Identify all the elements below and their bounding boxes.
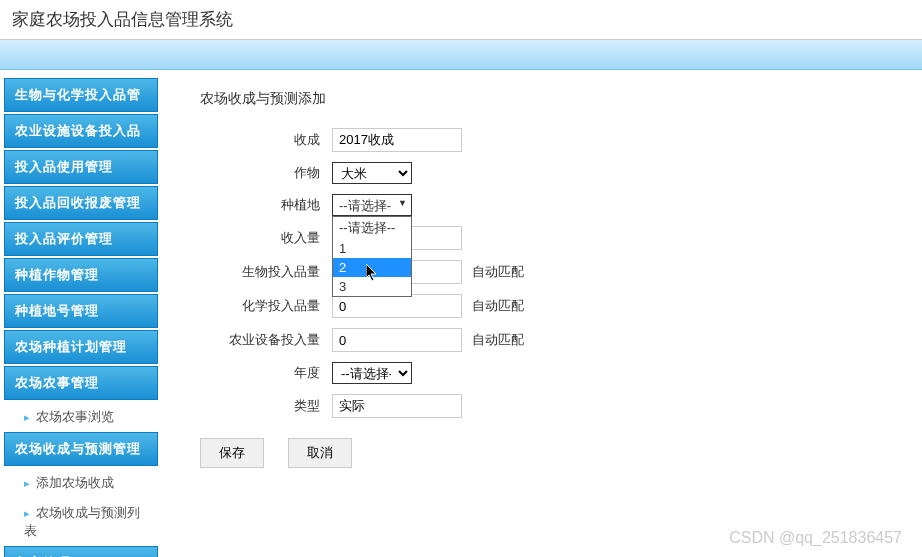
- dropdown-opt-1[interactable]: 1: [333, 239, 411, 258]
- label-bio-input: 生物投入品量: [222, 263, 332, 281]
- label-harvest: 收成: [222, 131, 332, 149]
- sidebar: 生物与化学投入品管 农业设施设备投入品 投入品使用管理 投入品回收报废管理 投入…: [0, 70, 162, 557]
- suffix-equip: 自动匹配: [472, 331, 524, 349]
- sidebar-nav-plan[interactable]: 农场种植计划管理: [4, 330, 158, 364]
- sidebar-nav-input-recycle[interactable]: 投入品回收报废管理: [4, 186, 158, 220]
- sidebar-nav-bio-chem[interactable]: 生物与化学投入品管: [4, 78, 158, 112]
- select-crop[interactable]: 大米: [332, 162, 412, 184]
- main-panel: 农场收成与预测添加 收成 作物 大米 种植地 --请选择-- --请选择-- 1: [162, 70, 922, 557]
- panel-title: 农场收成与预测添加: [192, 90, 892, 108]
- sidebar-nav-input-eval[interactable]: 投入品评价管理: [4, 222, 158, 256]
- label-income: 收入量: [222, 229, 332, 247]
- watermark: CSDN @qq_251836457: [729, 529, 902, 547]
- input-equip[interactable]: [332, 328, 462, 352]
- label-crop: 作物: [222, 164, 332, 182]
- dropdown-list-plot: --请选择-- 1 2 3: [332, 216, 412, 297]
- label-equip-input: 农业设备投入量: [222, 331, 332, 349]
- header-bar: [0, 40, 922, 70]
- sidebar-nav-plot[interactable]: 种植地号管理: [4, 294, 158, 328]
- app-title: 家庭农场投入品信息管理系统: [0, 0, 922, 40]
- save-button[interactable]: 保存: [200, 438, 264, 468]
- label-year: 年度: [222, 364, 332, 382]
- cancel-button[interactable]: 取消: [288, 438, 352, 468]
- input-chem[interactable]: [332, 294, 462, 318]
- input-harvest[interactable]: [332, 128, 462, 152]
- sidebar-nav-equipment[interactable]: 农业设施设备投入品: [4, 114, 158, 148]
- sidebar-sub-farm-work-browse[interactable]: 农场农事浏览: [4, 402, 158, 432]
- label-chem-input: 化学投入品量: [222, 297, 332, 315]
- suffix-chem: 自动匹配: [472, 297, 524, 315]
- select-year[interactable]: --请选择--: [332, 362, 412, 384]
- select-plot[interactable]: --请选择--: [332, 194, 412, 216]
- sidebar-sub-harvest-list[interactable]: 农场收成与预测列表: [4, 498, 158, 546]
- sidebar-nav-harvest[interactable]: 农场收成与预测管理: [4, 432, 158, 466]
- form: 收成 作物 大米 种植地 --请选择-- --请选择-- 1 2 3: [192, 128, 892, 418]
- sidebar-nav-message[interactable]: 留言管理: [4, 546, 158, 557]
- label-plot: 种植地: [222, 196, 332, 214]
- sidebar-nav-crop[interactable]: 种植作物管理: [4, 258, 158, 292]
- dropdown-opt-2[interactable]: 2: [333, 258, 411, 277]
- sidebar-nav-input-usage[interactable]: 投入品使用管理: [4, 150, 158, 184]
- input-type[interactable]: [332, 394, 462, 418]
- sidebar-nav-farm-work[interactable]: 农场农事管理: [4, 366, 158, 400]
- dropdown-opt-3[interactable]: 3: [333, 277, 411, 296]
- dropdown-opt-placeholder[interactable]: --请选择--: [333, 217, 411, 239]
- sidebar-sub-add-harvest[interactable]: 添加农场收成: [4, 468, 158, 498]
- label-type: 类型: [222, 397, 332, 415]
- suffix-bio: 自动匹配: [472, 263, 524, 281]
